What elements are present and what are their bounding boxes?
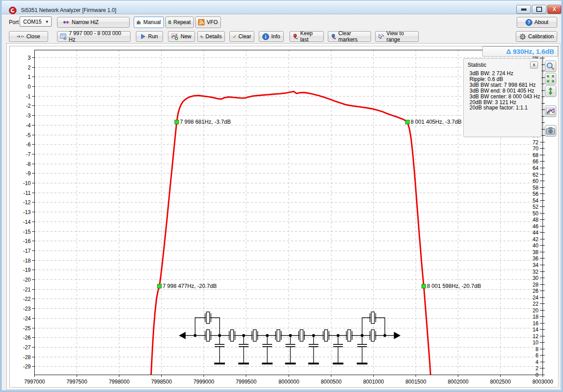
- info-button[interactable]: Info: [259, 31, 284, 42]
- about-button[interactable]: ? About: [517, 17, 557, 28]
- y-left-axis-label: -10: [23, 180, 31, 186]
- marker-point[interactable]: [175, 120, 179, 124]
- manual-toggle[interactable]: Manual: [134, 16, 164, 28]
- window-frame: Si5351 Network Analyzer [Firmware 1.0] X…: [0, 0, 563, 392]
- y-left-axis-label: -24: [23, 315, 31, 322]
- y-left-axis-label: -27: [23, 344, 31, 351]
- statistic-title: Statistic: [468, 62, 486, 68]
- y-right-axis-label: 18: [533, 314, 539, 320]
- statistic-panel: Statistic x 3dB BW: 2 724 Hz Ripple: 0.6…: [463, 58, 542, 137]
- y-right-axis-label: 68: [533, 152, 539, 158]
- y-right-axis-label: 16: [533, 320, 539, 327]
- y-right-axis-label: 0: [535, 372, 539, 378]
- response-curve: [151, 92, 431, 376]
- y-left-axis-label: 3: [28, 55, 31, 61]
- y-left-axis-label: -21: [23, 287, 31, 293]
- y-left-axis-label: -18: [23, 258, 31, 264]
- y-right-axis-label: 8: [535, 346, 539, 352]
- y-right-axis-label: 58: [533, 185, 539, 191]
- pin-keep-icon: [293, 33, 298, 40]
- y-right-axis-label: 44: [533, 230, 539, 236]
- statistic-line: 3dB BW end: 8 001 405 Hz: [469, 88, 539, 94]
- statistic-line: Ripple: 0.6 dB: [469, 77, 539, 82]
- vertical-arrows-icon: [546, 87, 555, 96]
- y-right-axis-label: 22: [533, 301, 539, 307]
- y-left-axis-label: -3: [26, 113, 31, 119]
- y-right-axis-label: 42: [533, 236, 539, 242]
- app-icon: [9, 7, 16, 14]
- y-right-axis-label: 26: [533, 288, 539, 294]
- film-strip-icon: [168, 19, 171, 25]
- fit-vertical-button[interactable]: [545, 85, 556, 97]
- marker-label: 7 998 477Hz, -20.7dB: [163, 283, 217, 289]
- y-right-axis-label: 36: [533, 255, 539, 262]
- x-axis-label: 7998000: [109, 379, 130, 385]
- y-right-axis-label: 4: [535, 359, 539, 365]
- keep-last-button[interactable]: Keep last: [290, 31, 324, 42]
- y-left-axis-label: -6: [26, 141, 31, 148]
- statistic-line: 3dB BW start: 7 998 681 Hz: [469, 82, 539, 88]
- marker-point[interactable]: [157, 284, 161, 288]
- close-icon: X: [552, 7, 556, 12]
- x-axis-label: 8001000: [363, 379, 384, 385]
- y-right-axis-label: 72: [533, 139, 539, 145]
- y-right-axis-label: 20: [533, 307, 539, 314]
- x-axis-label: 8000500: [321, 379, 342, 385]
- port-select[interactable]: COM15 ▼: [20, 16, 52, 27]
- chevron-down-icon: ▼: [45, 20, 49, 24]
- y-left-axis-label: -25: [23, 325, 31, 331]
- view-to-range-button[interactable]: View to range: [375, 31, 419, 42]
- y-right-axis-label: 2: [535, 365, 539, 372]
- details-button[interactable]: Details: [197, 31, 225, 42]
- maximize-button[interactable]: [532, 5, 547, 14]
- magnifier-icon: [546, 62, 555, 71]
- clear-markers-button[interactable]: Clear markers: [328, 31, 371, 42]
- close-window-button[interactable]: X: [547, 5, 561, 14]
- repeat-toggle[interactable]: Repeat: [165, 16, 194, 28]
- narrow-hiz-button[interactable]: Narrow HiZ: [57, 17, 130, 28]
- bar-chart-icon: [137, 19, 141, 25]
- statistic-close-button[interactable]: x: [530, 61, 538, 69]
- y-left-axis-label: -8: [26, 161, 31, 167]
- run-button[interactable]: Run: [136, 31, 163, 42]
- minimize-button[interactable]: [516, 5, 531, 14]
- y-right-axis-label: 34: [533, 262, 539, 268]
- y-right-axis-label: 46: [533, 223, 539, 230]
- marker-point[interactable]: [405, 120, 409, 124]
- chart-panel: 7997000799750079980007998500799900079995…: [6, 43, 560, 390]
- y-left-axis-label: -29: [23, 364, 31, 370]
- y-left-axis-label: -16: [23, 238, 31, 244]
- y-right-axis-label: 12: [533, 333, 539, 339]
- delta-label: Δ 930Hz, 1.6dB: [506, 48, 555, 55]
- y-right-axis-label: 24: [533, 295, 539, 301]
- y-right-axis-label: 28: [533, 282, 539, 288]
- delta-readout: Δ 930Hz, 1.6dB: [482, 46, 558, 57]
- clear-plot-button[interactable]: Clear: [229, 31, 254, 42]
- y-left-axis-label: -28: [23, 354, 31, 360]
- y-left-axis-label: -22: [23, 296, 31, 302]
- plug-icon: [17, 34, 24, 39]
- y-left-axis-label: -9: [26, 170, 31, 177]
- broom-icon: [233, 33, 236, 40]
- y-right-axis-label: 30: [533, 275, 539, 281]
- calibration-button[interactable]: Calibration: [516, 31, 557, 42]
- screenshot-button[interactable]: [545, 125, 556, 137]
- vfo-toggle[interactable]: VFO: [195, 16, 221, 28]
- marker-label: 7 998 681Hz, -3.7dB: [180, 119, 231, 125]
- frequency-range-button[interactable]: 7 997 000 - 8 003 000 Hz: [57, 31, 131, 42]
- x-axis-label: 7999500: [236, 379, 257, 385]
- fit-to-window-button[interactable]: [545, 73, 556, 85]
- y-right-axis-label: 6: [535, 352, 539, 359]
- marker-point[interactable]: [422, 284, 426, 288]
- y-right-axis-label: 62: [533, 172, 539, 178]
- close-sweep-button[interactable]: Close: [9, 31, 48, 42]
- y-left-axis-label: -5: [26, 132, 31, 138]
- zoom-tool-button[interactable]: [545, 61, 556, 72]
- y-left-axis-label: -26: [23, 335, 31, 341]
- y-left-axis-label: -2: [26, 103, 31, 109]
- statistic-line: 3dB BW center: 8 000 043 Hz: [469, 94, 539, 100]
- y-left-axis-label: -15: [23, 229, 31, 235]
- info-icon: [262, 33, 269, 40]
- graph-options-button[interactable]: [545, 105, 556, 117]
- new-button[interactable]: New: [168, 31, 195, 42]
